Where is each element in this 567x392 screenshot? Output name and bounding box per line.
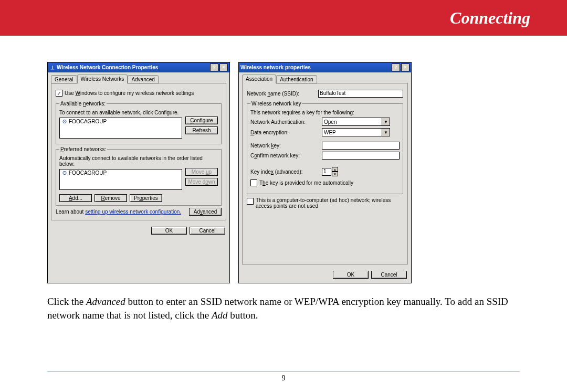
network-name: FOOCAGROUP — [69, 170, 107, 176]
learn-text: Learn about setting up wireless network … — [56, 209, 186, 215]
tab-wireless-networks[interactable]: Wireless Networks — [77, 75, 128, 83]
keyidx-label: Key index (advanced): — [250, 169, 319, 175]
wireless-icon: ⊥ — [49, 65, 55, 70]
ssid-input[interactable]: BuffaloTest — [318, 90, 403, 98]
tab-panel: ✓ Use Windows to configure my wireless n… — [51, 83, 226, 220]
adhoc-row: This is a computer-to-computer (ad hoc) … — [247, 197, 403, 209]
netauth-label: Network Authentication: — [250, 119, 319, 125]
cancel-button[interactable]: Cancel — [371, 271, 407, 279]
netkey-label: Network key: — [250, 143, 319, 149]
preferred-networks-list[interactable]: ⵙ FOOCAGROUP — [59, 169, 182, 190]
chevron-down-icon: ▼ — [382, 118, 390, 125]
learn-link[interactable]: setting up wireless network configuratio… — [85, 209, 181, 215]
help-icon: ? — [394, 65, 397, 70]
preferred-networks-group: Preferred networks: Automatically connec… — [56, 146, 222, 206]
move-down-button[interactable]: Move down — [185, 178, 218, 186]
use-windows-checkbox[interactable]: ✓ — [56, 90, 62, 97]
list-item[interactable]: ⵙ FOOCAGROUP — [60, 170, 181, 176]
keyidx-spinner[interactable]: 1 ▲ ▼ — [322, 167, 338, 176]
chevron-down-icon: ▼ — [382, 129, 390, 136]
configure-button[interactable]: Configure — [185, 116, 218, 124]
page-footer: 9 — [0, 371, 567, 383]
help-button[interactable]: ? — [392, 63, 400, 71]
adhoc-checkbox[interactable] — [247, 198, 254, 205]
cancel-button[interactable]: Cancel — [190, 227, 225, 235]
tab-authentication[interactable]: Authentication — [276, 75, 317, 84]
spinner-down-icon[interactable]: ▼ — [332, 172, 338, 176]
instruction-text: Click the Advanced button to enter an SS… — [0, 283, 567, 322]
close-button[interactable]: × — [401, 63, 410, 71]
dialog-title: Wireless Network Connection Properties — [57, 65, 158, 70]
provided-row: The key is provided for me automatically — [250, 179, 400, 186]
remove-button[interactable]: Remove — [94, 194, 127, 202]
move-up-button[interactable]: Move up — [185, 168, 218, 176]
add-button[interactable]: Add... — [59, 194, 92, 202]
instr-p3: button. — [228, 310, 258, 321]
confirm-input[interactable] — [322, 152, 400, 160]
learn-prefix: Learn about — [56, 209, 85, 215]
tab-advanced[interactable]: Advanced — [128, 75, 158, 84]
available-hint: To connect to an available network, clic… — [59, 110, 218, 115]
titlebar: ⊥ Wireless Network Connection Properties… — [48, 62, 229, 72]
netauth-value: Open — [324, 119, 337, 125]
confirm-label: Confirm network key: — [250, 153, 319, 158]
key-hint: This network requires a key for the foll… — [250, 110, 400, 115]
tab-general[interactable]: General — [51, 75, 77, 84]
dataenc-value: WEP — [324, 130, 336, 135]
tabs: General Wireless Networks Advanced — [51, 75, 226, 83]
ssid-label: Network name (SSID): — [247, 91, 315, 97]
page-title: Connecting — [450, 8, 530, 28]
available-networks-list[interactable]: ⵙ FOOCAGROUP — [59, 118, 182, 139]
refresh-button[interactable]: Refresh — [185, 126, 218, 134]
properties-button[interactable]: Properties — [130, 194, 162, 202]
dataenc-label: Data encryption: — [250, 130, 319, 135]
use-windows-label: Use Windows to configure my wireless net… — [65, 90, 194, 96]
available-legend: Available networks: — [59, 101, 107, 107]
wireless-key-group: Wireless network key This network requir… — [247, 101, 403, 194]
help-button[interactable]: ? — [210, 63, 218, 71]
dialog-connection-properties: ⊥ Wireless Network Connection Properties… — [47, 62, 230, 283]
provided-label: The key is provided for me automatically — [259, 180, 353, 186]
ok-button[interactable]: OK — [333, 271, 369, 279]
close-button[interactable]: × — [219, 63, 228, 71]
keyidx-value[interactable]: 1 — [322, 168, 331, 176]
advanced-button[interactable]: Advanced — [189, 208, 222, 216]
provided-checkbox[interactable] — [250, 179, 257, 186]
use-windows-row: ✓ Use Windows to configure my wireless n… — [56, 90, 222, 97]
footer-rule — [47, 371, 520, 372]
close-icon: × — [404, 65, 406, 70]
help-icon: ? — [213, 65, 216, 70]
ok-button[interactable]: OK — [151, 227, 187, 235]
dialog-row: ⊥ Wireless Network Connection Properties… — [0, 36, 567, 283]
instr-em1: Advanced — [86, 296, 125, 307]
netkey-input[interactable] — [322, 142, 400, 150]
close-icon: × — [222, 65, 225, 70]
adhoc-label: This is a computer-to-computer (ad hoc) … — [256, 197, 403, 209]
list-item[interactable]: ⵙ FOOCAGROUP — [60, 119, 181, 124]
preferred-legend: Preferred networks: — [59, 146, 107, 152]
check-icon: ✓ — [57, 91, 61, 96]
tab-association[interactable]: Association — [242, 75, 276, 83]
spinner-up-icon[interactable]: ▲ — [332, 167, 338, 172]
antenna-icon: ⵙ — [61, 170, 67, 176]
instr-p1: Click the — [47, 296, 86, 307]
dialog-network-properties: Wireless network properties ? × Associat… — [238, 62, 412, 283]
network-name: FOOCAGROUP — [69, 119, 107, 124]
page-number: 9 — [0, 374, 567, 383]
tab-panel: Network name (SSID): BuffaloTest Wireles… — [242, 83, 408, 264]
header-bar: Connecting — [0, 0, 567, 36]
antenna-icon: ⵙ — [61, 119, 67, 124]
key-legend: Wireless network key — [250, 101, 302, 107]
preferred-hint: Automatically connect to available netwo… — [59, 155, 218, 167]
netauth-select[interactable]: Open ▼ — [322, 118, 390, 126]
dialog-title: Wireless network properties — [240, 65, 311, 70]
available-networks-group: Available networks: To connect to an ava… — [56, 101, 222, 144]
titlebar: Wireless network properties ? × — [239, 62, 411, 72]
dataenc-select[interactable]: WEP ▼ — [322, 128, 390, 136]
tabs: Association Authentication — [242, 75, 408, 83]
instr-em2: Add — [212, 310, 228, 321]
